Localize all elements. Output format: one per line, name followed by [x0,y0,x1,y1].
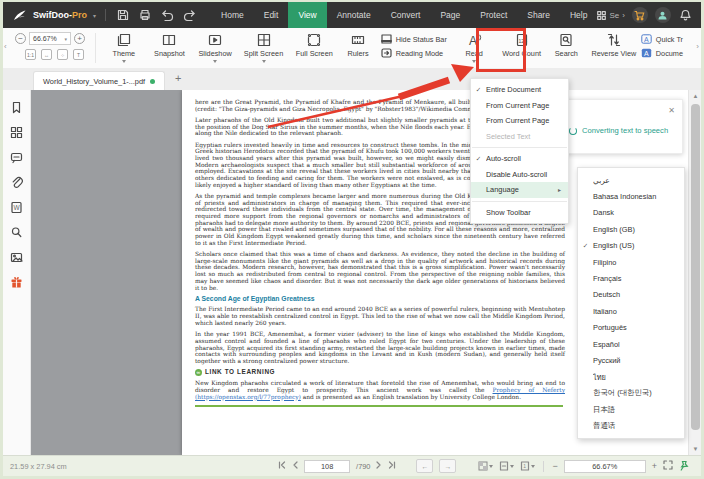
language-menu-item[interactable]: ✓ Filipino [578,254,684,270]
app-menu-caret-icon[interactable]: ▾ [93,12,96,19]
attachment-icon[interactable] [10,175,24,189]
page-layout-dropdown[interactable] [499,461,514,471]
quick-translate-button[interactable]: A Quick Tr [641,34,683,44]
close-icon[interactable]: ✕ [668,106,675,115]
reading-mode-button[interactable]: Reading Mode [381,48,447,58]
language-menu-item[interactable]: ✓ 日本語 [578,401,684,417]
save-icon[interactable] [115,7,131,23]
rulers-button[interactable]: Rulers [339,30,376,58]
page-number-input[interactable]: 108 [304,460,350,473]
account-icon[interactable] [655,7,671,23]
language-menu-item[interactable]: ✓ Dansk [578,205,684,221]
read-menu-item[interactable]: ✓ From Current Page ▸ [471,113,568,129]
menu-bar-item[interactable]: View [288,2,326,28]
fullscreen-toggle-icon[interactable] [663,460,673,472]
print-icon[interactable] [137,7,153,23]
actual-size-icon[interactable]: 1:1 [25,49,36,60]
word-export-icon[interactable]: W [10,200,24,214]
new-tab-button[interactable]: + [175,72,181,84]
document-translate-button[interactable]: A Docume [641,48,683,58]
language-menu-item[interactable]: ✓ English (GB) [578,221,684,237]
page-display-dropdown[interactable]: 1 [520,461,535,471]
reverse-view-button[interactable]: Reverse View [587,30,641,58]
fit-width-icon[interactable]: ↔ [41,49,52,60]
menu-bar-item[interactable]: Share [517,2,560,28]
thumbnails-icon[interactable] [10,125,24,139]
search-panel-icon[interactable] [10,225,24,239]
zoom-level-dropdown[interactable]: 66.67%▾ [29,32,71,45]
language-menu-item[interactable]: ✓ 한국어 (대한민국) [578,385,684,401]
prev-page-button[interactable] [292,461,298,471]
language-menu-item[interactable]: ✓ Español [578,336,684,352]
menu-bar-item[interactable]: Help [560,2,597,28]
next-page-button[interactable] [376,461,382,471]
undo-icon[interactable] [159,7,175,23]
scroll-up-icon[interactable]: ▲ [689,90,702,102]
menu-bar-item[interactable]: Home [211,2,254,28]
read-menu-item[interactable]: ✓ Disable Auto-scroll ▸ [471,167,568,183]
document-tab[interactable]: World_History_Volume_1-...pdf [33,71,165,91]
language-menu-item[interactable]: ✓ عربي [578,172,684,188]
language-menu-item[interactable]: ✓ Deutsch [578,287,684,303]
read-menu-item[interactable]: ✓ ▸ [472,147,567,148]
gift-icon[interactable] [10,275,24,289]
feature-search[interactable]: Se › [597,11,624,20]
scrollbar-thumb[interactable] [691,104,700,430]
read-menu-item[interactable]: ✓ From Current Page ▸ [471,98,568,114]
bookmark-icon[interactable] [10,100,24,114]
last-page-button[interactable] [388,461,396,471]
read-menu-item[interactable]: ✓ Language ▸ [471,182,568,198]
page-color-dropdown[interactable] [478,461,493,471]
menu-bar-item[interactable]: Edit [254,2,289,28]
read-menu-item[interactable]: ✓ Selected Text ▸ [471,129,568,145]
split-screen-button[interactable]: Split Screen [238,30,289,63]
read-menu-item[interactable]: ✓ Show Toolbar ▸ [471,205,568,221]
section-divider [195,405,563,407]
zoom-in-button[interactable]: + [74,33,85,44]
menu-bar-item[interactable]: Annotate [327,2,381,28]
chevron-right-icon[interactable]: › [622,11,625,20]
status-zoom-in-button[interactable]: + [652,461,657,471]
theme-button[interactable]: Theme [101,30,147,63]
view-back-button[interactable]: ← [416,459,433,473]
hide-status-bar-button[interactable]: Hide Status Bar [381,34,447,44]
language-menu-item[interactable]: ✓ ไทย [578,369,684,385]
language-menu-item[interactable]: ✓ Italiano [578,303,684,319]
fit-text-icon[interactable]: T [73,49,84,60]
language-menu-item[interactable]: ✓ Русский [578,352,684,368]
zoom-out-button[interactable]: − [15,33,26,44]
status-zoom-out-button[interactable]: − [552,461,557,471]
redo-icon[interactable] [181,7,197,23]
language-menu-item[interactable]: ✓ Português [578,320,684,336]
scroll-down-icon[interactable]: ▼ [689,443,702,455]
fit-page-icon[interactable]: ⁘ [57,49,68,60]
first-page-button[interactable] [278,461,286,471]
collapse-panel-icon[interactable]: ‹ [4,42,7,51]
cart-icon[interactable] [632,7,648,23]
language-menu-item[interactable]: ✓ Bahasa Indonesian [578,188,684,204]
reverse-view-icon [607,32,621,48]
comment-icon[interactable] [10,150,24,164]
snapshot-button[interactable]: Snapshot [147,30,193,58]
toolbar-overflow-icon[interactable]: › [696,42,699,51]
theme-icon [117,32,131,48]
language-menu-item[interactable]: ✓ English (US) [578,238,684,254]
slideshow-button[interactable]: Slideshow [192,30,238,63]
full-screen-button[interactable]: Full Screen [289,30,339,58]
language-menu-item[interactable]: ✓ 普通话 [578,418,684,434]
menu-bar-item[interactable]: Page [430,2,470,28]
read-menu-item[interactable]: ✓ ▸ [472,201,567,202]
menu-bar-item[interactable]: Convert [381,2,431,28]
search-button[interactable]: Search [546,30,587,58]
read-menu-item[interactable]: ✓ Entire Document ▸ [471,82,568,98]
menu-bar-item[interactable]: Protect [470,2,517,28]
pin-toolbar-icon[interactable] [679,460,689,473]
bell-icon[interactable] [678,7,694,23]
status-zoom-input[interactable]: 66.67% [564,460,646,473]
read-menu-item[interactable]: ✓ Auto-scroll ▸ [471,151,568,167]
image-icon[interactable] [10,250,24,264]
language-menu-item[interactable]: ✓ Français [578,270,684,286]
check-icon: ✓ [471,86,486,94]
vertical-scrollbar[interactable]: ▲ ▼ [688,90,701,455]
view-forward-button[interactable]: → [439,459,456,473]
